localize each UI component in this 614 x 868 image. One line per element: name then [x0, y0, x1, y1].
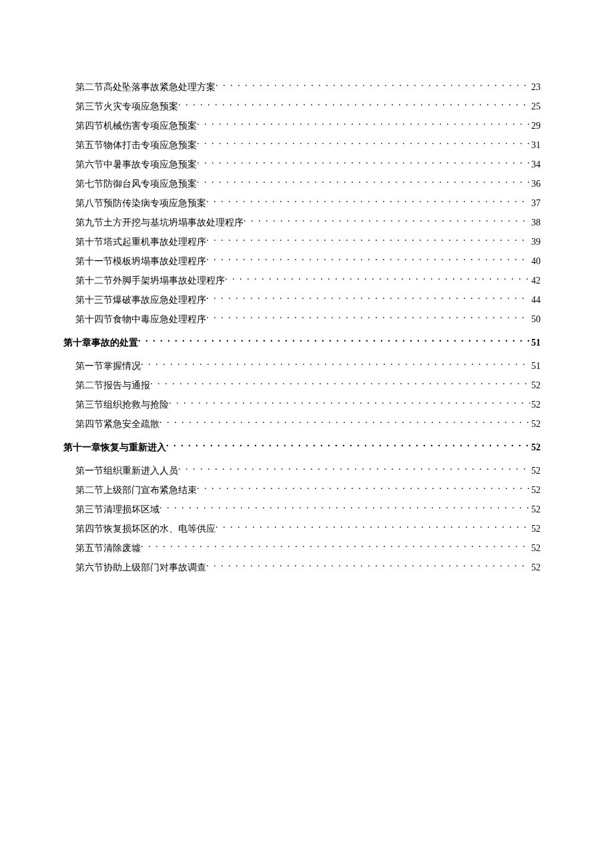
toc-section-entry: 第六节协助上级部门对事故调查52	[63, 560, 541, 574]
toc-section-entry: 第十三节爆破事故应急处理程序44	[63, 293, 541, 307]
toc-entry-title: 第六节中暑事故专项应急预案	[75, 157, 197, 171]
toc-leader-dots	[178, 464, 530, 474]
toc-chapter-entry: 第十一章恢复与重新进入52	[63, 440, 541, 454]
toc-entry-title: 第二节报告与通报	[75, 378, 150, 392]
toc-entry-page: 31	[530, 138, 541, 152]
toc-entry-page: 52	[530, 541, 541, 555]
toc-leader-dots	[206, 294, 530, 303]
toc-entry-title: 第十一章恢复与重新进入	[63, 440, 166, 454]
toc-entry-title: 第九节土方开挖与基坑坍塌事故处理程序	[75, 215, 244, 230]
toc-entry-page: 52	[530, 398, 541, 412]
toc-entry-title: 第十二节外脚手架坍塌事故处理程序	[75, 274, 225, 288]
toc-leader-dots	[244, 216, 530, 226]
toc-section-entry: 第三节组织抢救与抢险52	[63, 398, 541, 412]
toc-entry-page: 25	[530, 99, 541, 113]
toc-entry-title: 第四节机械伤害专项应急预案	[75, 119, 197, 133]
toc-entry-title: 第十四节食物中毒应急处理程序	[75, 312, 206, 326]
toc-section-entry: 第五节清除废墟52	[63, 541, 541, 555]
toc-entry-title: 第一节组织重新进入人员	[75, 464, 178, 478]
toc-section-entry: 第一节组织重新进入人员52	[63, 464, 541, 478]
table-of-contents: 第二节高处坠落事故紧急处理方案23第三节火灾专项应急预案25第四节机械伤害专项应…	[63, 80, 541, 574]
toc-entry-title: 第二节上级部门宣布紧急结束	[75, 483, 197, 497]
toc-leader-dots	[225, 274, 530, 284]
toc-entry-title: 第五节清除废墟	[75, 541, 141, 555]
toc-leader-dots	[178, 100, 530, 109]
toc-entry-title: 第十一节模板坍塌事故处理程序	[75, 254, 206, 268]
toc-leader-dots	[197, 158, 530, 167]
document-page: 第二节高处坠落事故紧急处理方案23第三节火灾专项应急预案25第四节机械伤害专项应…	[0, 0, 614, 574]
toc-entry-page: 23	[530, 80, 541, 94]
toc-leader-dots	[206, 561, 530, 570]
toc-entry-page: 52	[530, 417, 541, 431]
toc-entry-page: 52	[530, 502, 541, 516]
toc-leader-dots	[197, 484, 530, 493]
toc-chapter-entry: 第十章事故的处置51	[63, 336, 541, 350]
toc-entry-page: 50	[530, 312, 541, 326]
toc-leader-dots	[197, 177, 530, 187]
toc-section-entry: 第四节紧急安全疏散52	[63, 417, 541, 431]
toc-entry-page: 34	[530, 157, 541, 171]
toc-leader-dots	[197, 119, 530, 129]
toc-entry-page: 51	[530, 336, 541, 350]
toc-leader-dots	[138, 336, 530, 346]
toc-leader-dots	[166, 441, 530, 450]
toc-entry-title: 第三节火灾专项应急预案	[75, 99, 178, 113]
toc-entry-title: 第一节掌握情况	[75, 359, 141, 373]
toc-entry-page: 29	[530, 119, 541, 133]
toc-entry-page: 52	[530, 440, 541, 454]
toc-entry-title: 第十三节爆破事故应急处理程序	[75, 293, 206, 307]
toc-section-entry: 第二节高处坠落事故紧急处理方案23	[63, 80, 541, 94]
toc-entry-title: 第二节高处坠落事故紧急处理方案	[75, 80, 216, 94]
toc-entry-page: 52	[530, 483, 541, 497]
toc-entry-title: 第五节物体打击专项应急预案	[75, 138, 197, 152]
toc-entry-page: 42	[530, 274, 541, 288]
toc-leader-dots	[206, 313, 530, 322]
toc-section-entry: 第三节火灾专项应急预案25	[63, 99, 541, 113]
toc-section-entry: 第十四节食物中毒应急处理程序50	[63, 312, 541, 326]
toc-section-entry: 第四节恢复损坏区的水、电等供应52	[63, 522, 541, 536]
toc-leader-dots	[206, 255, 530, 264]
toc-entry-page: 44	[530, 293, 541, 307]
toc-entry-title: 第三节组织抢救与抢险	[75, 398, 169, 412]
toc-leader-dots	[216, 81, 530, 90]
toc-entry-title: 第十章事故的处置	[63, 336, 138, 350]
toc-leader-dots	[160, 418, 530, 427]
toc-section-entry: 第一节掌握情况51	[63, 359, 541, 373]
toc-entry-page: 39	[530, 235, 541, 249]
toc-leader-dots	[216, 522, 530, 532]
toc-entry-page: 51	[530, 359, 541, 373]
toc-section-entry: 第二节报告与通报52	[63, 378, 541, 392]
toc-entry-title: 第八节预防传染病专项应急预案	[75, 196, 206, 210]
toc-entry-page: 38	[530, 215, 541, 230]
toc-leader-dots	[206, 236, 530, 245]
toc-leader-dots	[141, 360, 530, 369]
toc-leader-dots	[141, 542, 530, 551]
toc-entry-title: 第七节防御台风专项应急预案	[75, 177, 197, 191]
toc-leader-dots	[160, 503, 530, 512]
toc-entry-page: 52	[530, 378, 541, 392]
toc-section-entry: 第五节物体打击专项应急预案31	[63, 138, 541, 152]
toc-entry-page: 52	[530, 522, 541, 536]
toc-entry-page: 37	[530, 196, 541, 210]
toc-section-entry: 第七节防御台风专项应急预案36	[63, 177, 541, 191]
toc-entry-page: 52	[530, 464, 541, 478]
toc-entry-title: 第六节协助上级部门对事故调查	[75, 560, 206, 574]
toc-leader-dots	[197, 139, 530, 148]
toc-section-entry: 第四节机械伤害专项应急预案29	[63, 119, 541, 133]
toc-entry-title: 第十节塔式起重机事故处理程序	[75, 235, 206, 249]
toc-section-entry: 第六节中暑事故专项应急预案34	[63, 157, 541, 171]
toc-entry-page: 52	[530, 560, 541, 574]
toc-entry-title: 第三节清理损坏区域	[75, 502, 160, 516]
toc-leader-dots	[150, 379, 530, 388]
toc-section-entry: 第三节清理损坏区域52	[63, 502, 541, 516]
toc-entry-page: 36	[530, 177, 541, 191]
toc-section-entry: 第八节预防传染病专项应急预案37	[63, 196, 541, 210]
toc-section-entry: 第九节土方开挖与基坑坍塌事故处理程序38	[63, 215, 541, 230]
toc-section-entry: 第十一节模板坍塌事故处理程序40	[63, 254, 541, 268]
toc-section-entry: 第二节上级部门宣布紧急结束52	[63, 483, 541, 497]
toc-entry-title: 第四节恢复损坏区的水、电等供应	[75, 522, 216, 536]
toc-entry-title: 第四节紧急安全疏散	[75, 417, 160, 431]
toc-section-entry: 第十节塔式起重机事故处理程序39	[63, 235, 541, 249]
toc-section-entry: 第十二节外脚手架坍塌事故处理程序42	[63, 274, 541, 288]
toc-leader-dots	[206, 197, 530, 206]
